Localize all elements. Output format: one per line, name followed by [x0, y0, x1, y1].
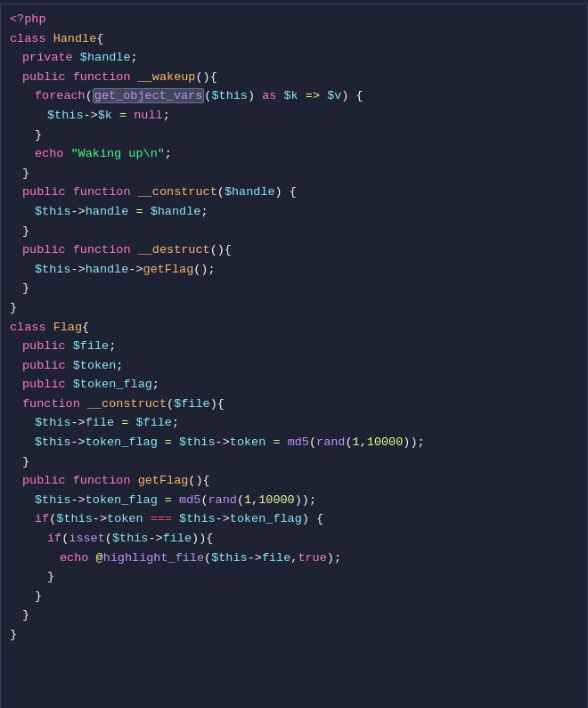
line-15: } — [10, 279, 578, 298]
code-editor: <?php class Handle{ private $handle; pub… — [0, 4, 588, 708]
line-21: function __construct($file){ — [10, 395, 578, 414]
line-26: $this->token_flag = md5(rand(1,10000)); — [10, 491, 578, 510]
line-10: public function __construct($handle) { — [10, 183, 578, 202]
line-1: <?php — [10, 10, 578, 29]
line-14: $this->handle->getFlag(); — [10, 260, 578, 280]
line-27: if($this->token === $this->token_flag) { — [10, 509, 578, 529]
line-7: } — [10, 126, 578, 145]
line-19: public $token; — [10, 356, 578, 376]
line-29: echo @highlight_file($this->file,true); — [10, 549, 578, 568]
line-12: } — [10, 222, 578, 241]
line-11: $this->handle = $handle; — [10, 202, 578, 222]
line-30: } — [10, 567, 578, 587]
line-4: public function __wakeup(){ — [10, 68, 578, 87]
line-33: } — [10, 625, 578, 645]
line-31: } — [10, 587, 578, 606]
line-18: public $file; — [10, 337, 578, 356]
line-25: public function getFlag(){ — [10, 471, 578, 491]
line-24: } — [10, 452, 578, 472]
line-8: echo "Waking up\n"; — [10, 144, 578, 164]
line-9: } — [10, 164, 578, 183]
line-13: public function __destruct(){ — [10, 240, 578, 260]
line-6: $this->$k = null; — [10, 106, 578, 126]
line-5: foreach(get_object_vars($this) as $k => … — [10, 86, 578, 106]
line-3: private $handle; — [10, 48, 578, 68]
line-28: if(isset($this->file)){ — [10, 529, 578, 549]
line-2: class Handle{ — [10, 29, 578, 49]
line-17: class Flag{ — [10, 318, 578, 338]
line-20: public $token_flag; — [10, 375, 578, 395]
line-22: $this->file = $file; — [10, 413, 578, 433]
line-16: } — [10, 298, 578, 318]
line-23: $this->token_flag = $this->token = md5(r… — [10, 433, 578, 452]
line-32: } — [10, 606, 578, 625]
